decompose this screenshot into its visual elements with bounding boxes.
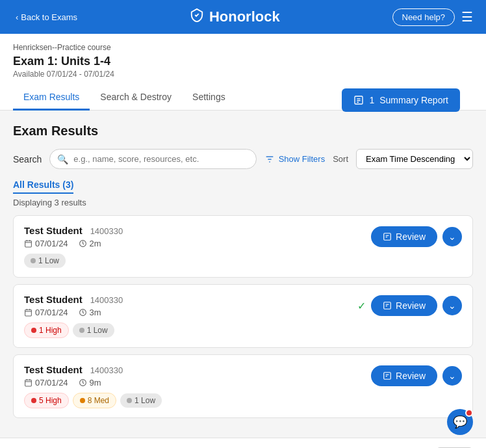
- result-card: Test Student 1400330 07/01/24 3m: [13, 284, 473, 348]
- calendar-icon: [24, 308, 32, 317]
- need-help-button[interactable]: Need help?: [392, 8, 455, 26]
- all-results-tab[interactable]: All Results (3): [13, 179, 73, 194]
- dot-gray-icon: [127, 398, 132, 403]
- expand-button[interactable]: ⌄: [442, 366, 462, 386]
- review-icon: [383, 232, 392, 241]
- review-icon: [383, 301, 392, 310]
- search-label: Search: [13, 154, 42, 165]
- exam-date: 07/01/24: [24, 378, 68, 388]
- exam-duration: 3m: [79, 308, 101, 317]
- dot-red-icon: [31, 328, 36, 333]
- exam-date: 07/01/24: [24, 239, 68, 248]
- search-icon: 🔍: [57, 154, 68, 165]
- svg-rect-7: [25, 241, 32, 247]
- student-id: 1400330: [90, 226, 123, 236]
- dot-orange-icon: [80, 398, 85, 403]
- summary-report-label: Summary Report: [379, 95, 448, 105]
- svg-rect-23: [25, 380, 32, 386]
- show-filters-label: Show Filters: [279, 154, 326, 164]
- exam-duration: 9m: [79, 378, 101, 388]
- tag-low: 1 Low: [73, 323, 114, 337]
- page-title: Exam Results: [13, 124, 473, 138]
- clock-icon: [79, 378, 87, 387]
- result-card: Test Student 1400330 07/01/24 9m: [13, 354, 473, 418]
- tab-exam-results[interactable]: Exam Results: [13, 85, 90, 111]
- exam-available: Available 07/01/24 - 07/01/24: [13, 70, 473, 79]
- chat-notification-dot: [465, 409, 473, 417]
- calendar-icon: [24, 239, 32, 248]
- chat-icon: 💬: [453, 415, 467, 429]
- calendar-icon: [24, 378, 32, 387]
- clock-icon: [79, 239, 87, 248]
- student-id: 1400330: [90, 365, 123, 375]
- tag-high: 1 High: [24, 323, 69, 338]
- report-icon: [353, 95, 364, 105]
- exam-title: Exam 1: Units 1-4: [13, 55, 473, 68]
- tag-low: 1 Low: [24, 254, 66, 268]
- exam-duration: 2m: [79, 239, 101, 248]
- student-name: Test Student: [24, 364, 83, 375]
- back-to-exams-link[interactable]: ‹ Back to Exams: [13, 12, 77, 22]
- student-name: Test Student: [24, 294, 83, 305]
- breadcrumb: Henricksen--Practice course: [13, 43, 473, 52]
- student-name: Test Student: [24, 225, 83, 236]
- chevron-left-icon: ‹: [16, 12, 18, 22]
- sort-label: Sort: [333, 154, 348, 164]
- logo-text: Honorlock: [209, 8, 280, 25]
- result-card: Test Student 1400330 07/01/24 2m: [13, 215, 473, 278]
- chat-bubble[interactable]: 💬: [447, 409, 473, 435]
- svg-rect-15: [25, 310, 32, 316]
- header-logo: Honorlock: [77, 8, 392, 26]
- review-button[interactable]: Review: [371, 295, 437, 316]
- dot-gray-icon: [79, 328, 84, 333]
- dot-gray-icon: [31, 258, 36, 263]
- search-input-wrap: 🔍: [49, 149, 256, 169]
- expand-button[interactable]: ⌄: [442, 296, 462, 315]
- show-filters-button[interactable]: Show Filters: [264, 154, 326, 165]
- review-button[interactable]: Review: [371, 365, 437, 386]
- summary-report-count: 1: [369, 95, 374, 105]
- sort-select[interactable]: Exam Time Descending Exam Time Ascending…: [356, 149, 473, 169]
- verified-icon: ✓: [357, 300, 366, 312]
- tag-med: 8 Med: [73, 393, 116, 408]
- footer: 1 - 3 of 3 students Show: 10 25 50: [0, 438, 486, 448]
- clock-icon: [79, 308, 87, 317]
- results-list: Test Student 1400330 07/01/24 2m: [13, 215, 473, 418]
- displaying-count: Displaying 3 results: [13, 198, 473, 207]
- dot-red-icon: [31, 398, 36, 403]
- review-icon: [383, 371, 392, 380]
- review-button[interactable]: Review: [371, 226, 437, 247]
- exam-date: 07/01/24: [24, 308, 68, 317]
- expand-button[interactable]: ⌄: [442, 227, 462, 246]
- tag-low: 1 Low: [120, 393, 162, 408]
- summary-report-button[interactable]: 1 Summary Report: [342, 88, 460, 112]
- back-label: Back to Exams: [21, 12, 77, 22]
- filter-icon: [264, 154, 275, 165]
- menu-button[interactable]: ☰: [461, 9, 473, 25]
- student-id: 1400330: [90, 295, 123, 305]
- tab-settings[interactable]: Settings: [182, 85, 236, 111]
- search-input[interactable]: [49, 149, 256, 169]
- tag-high: 5 High: [24, 393, 69, 408]
- tab-search-destroy[interactable]: Search & Destroy: [90, 85, 182, 111]
- shield-icon: [190, 8, 204, 26]
